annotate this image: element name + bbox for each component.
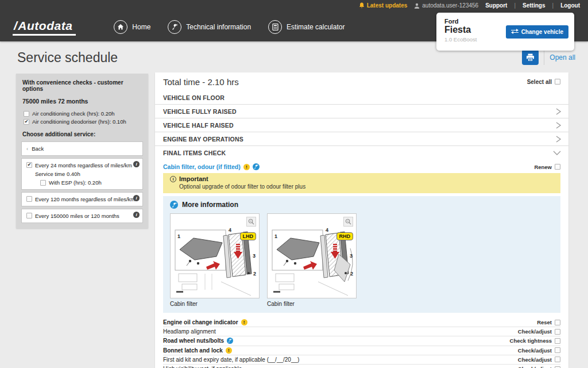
final-items-check-content: Cabin filter, odour (if fitted) ! Renew … — [155, 161, 568, 368]
item-action[interactable]: Check/adjust — [518, 366, 560, 368]
sidebar-mileage: 75000 miles 72 months — [22, 98, 143, 105]
service-every-24-months[interactable]: i Every 24 months regardless of miles/km… — [21, 158, 143, 190]
figure-caption: Cabin filter — [267, 301, 357, 307]
nav-item-estimate-calculator[interactable]: Estimate calculator — [268, 20, 345, 34]
info-icon[interactable]: i — [133, 161, 140, 167]
more-information-box: More information 1 — [163, 196, 560, 313]
nav-item-home[interactable]: Home — [114, 20, 150, 34]
current-vehicle-card: Ford Fiesta 1.0 EcoBoost Change vehicle — [436, 13, 574, 51]
info-icon[interactable]: i — [133, 212, 140, 218]
item-checkbox[interactable] — [555, 329, 560, 335]
vehicle-make: Ford — [444, 18, 477, 25]
separator: | — [552, 2, 554, 9]
item-first-aid-kit: First aid kit and expiry date, if applic… — [163, 355, 560, 365]
section-engine-bay-operations[interactable]: ENGINE BAY OPERATIONS — [155, 132, 568, 146]
chevron-right-icon — [555, 121, 562, 129]
cabin-filter-row: Cabin filter, odour (if fitted) ! Renew — [163, 161, 560, 172]
settings-link[interactable]: Settings — [523, 2, 545, 9]
section-vehicle-half-raised[interactable]: VEHICLE HALF RAISED — [155, 118, 568, 132]
item-checkbox[interactable] — [555, 366, 560, 368]
item-checkbox[interactable] — [555, 356, 560, 362]
checkbox[interactable] — [26, 213, 32, 218]
figure-caption: Cabin filter — [170, 301, 260, 307]
service-every-150000-miles[interactable]: i Every 150000 miles or 120 months — [21, 209, 143, 223]
cabin-filter-drawing: 1 4 3 2 — [268, 214, 356, 298]
service-time-label: Service time 0.40h — [35, 171, 138, 177]
item-action[interactable]: Check/adjust — [518, 347, 560, 354]
checkbox[interactable] — [40, 180, 46, 186]
calculator-icon — [268, 20, 282, 34]
print-button[interactable] — [522, 49, 539, 65]
item-action[interactable]: Check/adjust — [518, 328, 560, 335]
chevron-down-icon — [552, 150, 562, 156]
magnifier-icon[interactable] — [343, 217, 353, 227]
main-nav-row: / Autodata Home Technical information — [0, 13, 345, 41]
support-link[interactable]: Support — [485, 2, 507, 9]
repair-info-icon — [170, 201, 178, 209]
checkbox-checked[interactable] — [24, 119, 29, 125]
utility-row: Latest updates autodata.user-123456 Supp… — [359, 2, 580, 9]
technical-illustration[interactable]: 1 4 3 2 — [170, 213, 260, 298]
option-air-conditioning-check[interactable]: Air conditioning check (hrs): 0.20h — [24, 110, 143, 117]
open-all-link[interactable]: Open all — [550, 53, 575, 62]
checkbox[interactable] — [24, 111, 29, 117]
figure-cabin-filter-rhd: 1 4 3 2 — [267, 213, 357, 307]
service-every-120-months[interactable]: i Every 120 months regardless of miles/k… — [21, 192, 143, 206]
nav-items: Home Technical information Estimate calc… — [114, 20, 345, 34]
autodata-logo[interactable]: / Autodata — [13, 19, 76, 36]
item-road-wheel-nuts-bolts: Road wheel nuts/bolts Check tightness — [163, 336, 560, 346]
logged-in-user[interactable]: autodata.user-123456 — [414, 2, 478, 9]
wrench-icon — [168, 20, 181, 34]
svg-text:4: 4 — [229, 227, 231, 233]
svg-text:2: 2 — [253, 271, 256, 277]
select-all-control[interactable]: Select all — [527, 79, 560, 85]
divider — [544, 50, 544, 65]
checkbox[interactable] — [26, 196, 32, 202]
total-time-label: Total time - 2.10 hrs — [163, 77, 239, 87]
repair-info-icon[interactable] — [227, 338, 233, 344]
info-icon[interactable]: i — [133, 195, 140, 201]
section-vehicle-on-floor[interactable]: VEHICLE ON FLOOR — [155, 91, 568, 105]
renew-checkbox[interactable] — [555, 164, 560, 170]
item-checkbox[interactable] — [555, 320, 560, 325]
repair-info-icon[interactable] — [253, 163, 260, 170]
svg-text:1: 1 — [177, 233, 180, 239]
item-checkbox[interactable] — [555, 338, 560, 344]
header-actions: Open all — [522, 49, 575, 65]
item-action[interactable]: Check tightness — [510, 338, 560, 344]
important-text: Optional upgrade of odour filter to odou… — [179, 183, 554, 190]
sidebar-title: With convenience checks - customer optio… — [22, 79, 143, 92]
section-final-items-check[interactable]: FINAL ITEMS CHECK — [155, 146, 568, 160]
logout-link[interactable]: Logout — [560, 2, 580, 9]
technical-illustration[interactable]: 1 4 3 2 — [267, 213, 357, 298]
svg-text:2: 2 — [350, 271, 353, 277]
cabin-filter-link[interactable]: Cabin filter, odour (if fitted) — [163, 163, 241, 170]
item-action[interactable]: Check/adjust — [518, 356, 560, 363]
chevron-right-icon — [555, 135, 562, 143]
warning-icon: ! — [243, 164, 250, 170]
cabin-filter-drawing: 1 4 3 2 — [171, 214, 259, 298]
printer-icon — [526, 53, 535, 62]
renew-action[interactable]: Renew — [534, 164, 560, 170]
choose-additional-service-label: Choose additional service: — [22, 131, 143, 137]
option-with-esp[interactable]: With ESP (hrs): 0.20h — [40, 179, 138, 186]
latest-updates-link[interactable]: Latest updates — [359, 2, 408, 9]
warning-icon: ! — [241, 319, 247, 325]
change-vehicle-button[interactable]: Change vehicle — [506, 25, 568, 39]
vehicle-variant: 1.0 EcoBoost — [444, 36, 477, 43]
checkbox-checked[interactable] — [26, 162, 32, 168]
section-vehicle-fully-raised[interactable]: VEHICLE FULLY RAISED — [155, 105, 568, 118]
item-checkbox[interactable] — [555, 347, 560, 353]
back-button[interactable]: ‹ Back — [21, 141, 143, 156]
user-icon — [414, 3, 420, 9]
nav-item-technical-information[interactable]: Technical information — [168, 20, 251, 34]
item-bonnet-latch-and-lock: Bonnet latch and lock ! Check/adjust — [163, 346, 560, 355]
item-action[interactable]: Reset — [537, 319, 560, 325]
vehicle-model: Fiesta — [444, 25, 477, 35]
magnifier-icon[interactable] — [246, 217, 256, 227]
lhd-badge: LHD — [240, 232, 257, 240]
option-air-conditioning-deodoriser[interactable]: Air conditioning deodoriser (hrs): 0.10h — [24, 118, 143, 125]
select-all-checkbox[interactable] — [555, 79, 560, 85]
chevron-right-icon — [555, 108, 562, 116]
home-icon — [114, 20, 127, 34]
